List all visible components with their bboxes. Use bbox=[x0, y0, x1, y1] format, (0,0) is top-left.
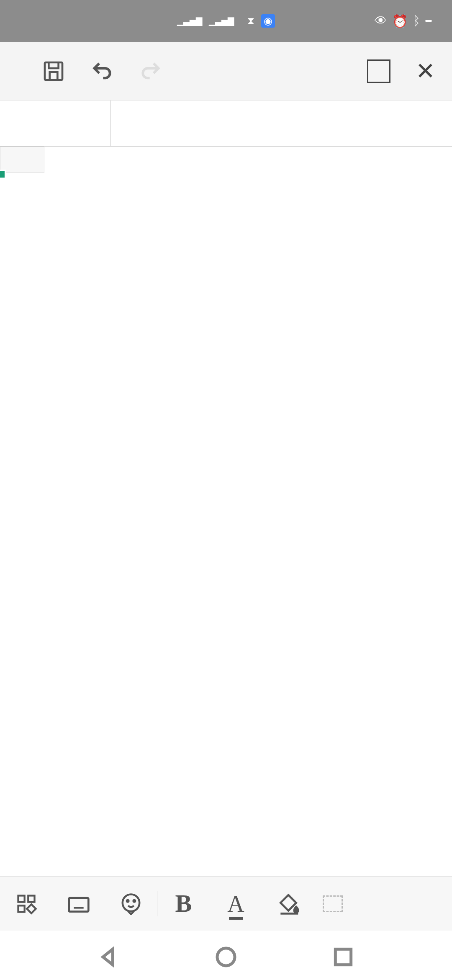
app-icon: ◉ bbox=[261, 14, 275, 28]
svg-rect-1 bbox=[50, 72, 58, 80]
save-icon[interactable] bbox=[42, 59, 65, 83]
status-bar: ▁▃▅▇ ▁▃▅▇ ⧗ ◉ 👁 ⏰ ᛒ bbox=[0, 0, 452, 42]
font-color-button[interactable]: A bbox=[210, 890, 262, 917]
recent-icon[interactable] bbox=[331, 945, 355, 970]
tab-empty[interactable] bbox=[111, 101, 387, 146]
tab-data[interactable] bbox=[0, 101, 111, 146]
page-indicator[interactable] bbox=[367, 59, 390, 83]
eye-icon: 👁 bbox=[375, 14, 387, 28]
fill-color-button[interactable] bbox=[262, 892, 314, 916]
svg-rect-3 bbox=[28, 895, 34, 902]
battery-icon bbox=[425, 20, 432, 22]
svg-rect-5 bbox=[27, 904, 36, 913]
alarm-icon: ⏰ bbox=[392, 14, 408, 28]
undo-icon[interactable] bbox=[90, 59, 114, 83]
redo-icon bbox=[139, 59, 162, 83]
bold-button[interactable]: B bbox=[157, 889, 210, 918]
close-icon[interactable]: ✕ bbox=[416, 57, 435, 85]
keyboard-icon[interactable] bbox=[52, 894, 105, 914]
cell-selection bbox=[0, 173, 3, 175]
svg-point-14 bbox=[133, 900, 135, 902]
app-toolbar: ✕ bbox=[0, 42, 452, 101]
home-icon[interactable] bbox=[214, 945, 238, 970]
bluetooth-icon: ᛒ bbox=[413, 14, 420, 28]
tab-more-icon[interactable] bbox=[387, 101, 452, 146]
svg-point-13 bbox=[126, 900, 128, 902]
corner-cell[interactable] bbox=[0, 147, 44, 173]
format-toolbar: B A bbox=[0, 876, 452, 931]
spreadsheet-grid[interactable] bbox=[0, 147, 452, 876]
system-nav-bar bbox=[0, 931, 452, 980]
merge-button[interactable] bbox=[314, 895, 354, 912]
hourglass-icon: ⧗ bbox=[247, 15, 254, 27]
assistant-icon[interactable] bbox=[105, 892, 157, 915]
tools-icon[interactable] bbox=[0, 893, 52, 915]
svg-point-12 bbox=[122, 894, 139, 911]
svg-rect-6 bbox=[69, 898, 88, 912]
status-signals: ▁▃▅▇ ▁▃▅▇ ⧗ ◉ bbox=[177, 14, 275, 28]
status-indicators: 👁 ⏰ ᛒ bbox=[275, 14, 439, 28]
svg-rect-2 bbox=[18, 895, 24, 902]
svg-rect-4 bbox=[18, 905, 24, 912]
back-icon[interactable] bbox=[97, 945, 121, 970]
svg-rect-17 bbox=[335, 949, 351, 965]
sheet-tabs bbox=[0, 101, 452, 147]
svg-point-16 bbox=[217, 948, 235, 966]
